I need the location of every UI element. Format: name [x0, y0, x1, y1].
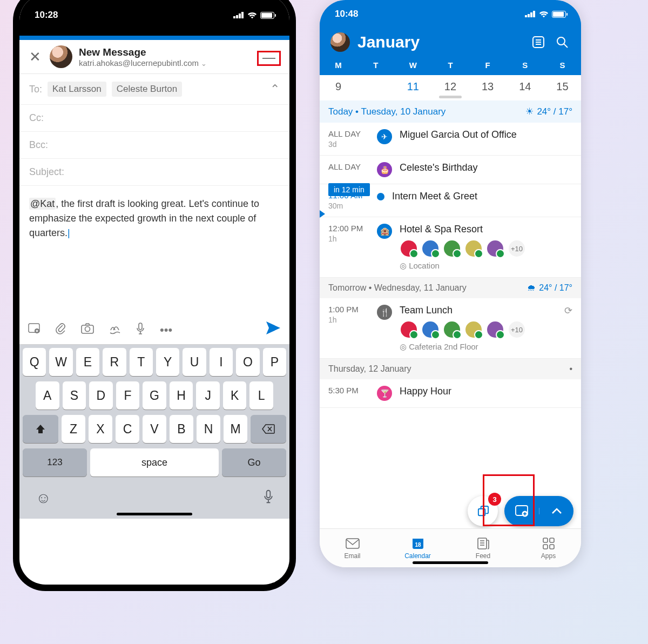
key-T[interactable]: T	[130, 348, 153, 376]
to-field[interactable]: To: Kat Larsson Celeste Burton ⌃	[19, 74, 289, 105]
calendar-event[interactable]: 12:00 PM1h🏨Hotel & Spa Resort+10◎ Locati…	[320, 217, 581, 278]
sender-avatar[interactable]	[50, 45, 72, 68]
from-address[interactable]: katri.ahokas@lucernepubintl.com	[79, 58, 282, 68]
weather-thursday[interactable]: •	[569, 364, 572, 374]
message-body[interactable]: @Kat, the first draft is looking great. …	[19, 186, 289, 316]
attach-icon[interactable]	[55, 323, 66, 338]
key-J[interactable]: J	[196, 381, 220, 410]
date-cell[interactable]: 11	[394, 81, 431, 93]
weekday: M	[320, 61, 357, 70]
attendee-avatar[interactable]	[464, 239, 483, 258]
key-V[interactable]: V	[143, 415, 166, 443]
month-title[interactable]: January	[357, 33, 523, 51]
profile-avatar[interactable]	[330, 32, 350, 52]
pen-icon[interactable]	[109, 323, 121, 338]
key-H[interactable]: H	[170, 381, 193, 410]
key-B[interactable]: B	[170, 415, 193, 443]
mic-icon[interactable]	[136, 323, 145, 338]
date-cell[interactable]: 10	[357, 81, 394, 93]
key-F[interactable]: F	[116, 381, 140, 410]
event-dot	[377, 193, 384, 200]
key-C[interactable]: C	[116, 415, 139, 443]
shift-key[interactable]	[23, 415, 58, 443]
key-G[interactable]: G	[143, 381, 166, 410]
key-E[interactable]: E	[76, 348, 99, 376]
key-N[interactable]: N	[197, 415, 220, 443]
tomorrow-header: Tomorrow • Wednesday, 11 January 🌧 24° /…	[320, 278, 581, 298]
key-I[interactable]: I	[210, 348, 233, 376]
attendee-avatar[interactable]	[400, 320, 418, 339]
attendee-more[interactable]: +10	[508, 320, 526, 339]
subject-field[interactable]: Subject:	[19, 159, 289, 186]
agenda-view-icon[interactable]	[530, 36, 546, 49]
key-W[interactable]: W	[49, 348, 72, 376]
key-A[interactable]: A	[36, 381, 59, 410]
home-indicator[interactable]	[117, 513, 192, 515]
more-icon[interactable]: •••	[160, 323, 172, 337]
expand-handle[interactable]	[439, 96, 462, 98]
bcc-field[interactable]: Bcc:	[19, 132, 289, 159]
key-O[interactable]: O	[236, 348, 259, 376]
search-icon[interactable]	[554, 36, 570, 49]
key-K[interactable]: K	[223, 381, 247, 410]
space-key[interactable]: space	[90, 448, 219, 477]
date-strip[interactable]: 9101112131415	[320, 75, 581, 100]
attendee-avatar[interactable]	[421, 320, 440, 339]
tab-email[interactable]: Email	[320, 529, 385, 567]
date-cell[interactable]: 15	[544, 81, 581, 93]
attendee-avatar[interactable]	[486, 320, 504, 339]
attendee-avatar[interactable]	[464, 320, 483, 339]
key-L[interactable]: L	[249, 381, 273, 410]
key-U[interactable]: U	[183, 348, 206, 376]
go-key[interactable]: Go	[222, 448, 286, 477]
date-cell[interactable]: 9	[320, 81, 357, 93]
weekday: S	[544, 61, 581, 70]
dictate-key[interactable]	[264, 489, 273, 507]
attendee-more[interactable]: +10	[508, 239, 526, 258]
camera-icon[interactable]	[81, 323, 94, 337]
key-X[interactable]: X	[89, 415, 112, 443]
calendar-event[interactable]: 1:00 PM1h🍴Team Lunch+10◎ Cafeteria 2nd F…	[320, 298, 581, 359]
minimize-button[interactable]	[257, 51, 281, 66]
keyboard[interactable]: QWERTYUIOP ASDFGHJKL ZXCVBNM 123 space G…	[19, 345, 289, 519]
key-P[interactable]: P	[263, 348, 286, 376]
key-S[interactable]: S	[63, 381, 86, 410]
attendee-avatar[interactable]	[443, 320, 461, 339]
date-cell[interactable]: 12	[431, 81, 469, 93]
calendar-event[interactable]: ALL DAY3d✈Miguel Garcia Out of Office	[320, 123, 581, 156]
cc-field[interactable]: Cc:	[19, 105, 289, 132]
attendee-avatar[interactable]	[400, 239, 418, 258]
tab-apps[interactable]: Apps	[516, 529, 581, 567]
chevron-up-icon[interactable]: ⌃	[270, 82, 280, 96]
home-indicator[interactable]	[413, 561, 488, 564]
status-time: 10:48	[335, 9, 358, 19]
weather-tomorrow[interactable]: 🌧 24° / 17°	[527, 283, 572, 293]
calendar-event[interactable]: ALL DAY🎂Celeste's Birthday	[320, 156, 581, 184]
compose-window: 10:28 ✕ New Message katri.ahokas@lucerne…	[19, 0, 289, 585]
date-cell[interactable]: 13	[469, 81, 507, 93]
backspace-key[interactable]	[251, 415, 286, 443]
key-Y[interactable]: Y	[156, 348, 179, 376]
num-key[interactable]: 123	[23, 448, 87, 477]
weather-today[interactable]: ☀ 24° / 17°	[525, 106, 572, 117]
key-M[interactable]: M	[224, 415, 247, 443]
recipient-chip[interactable]: Celeste Burton	[112, 82, 182, 97]
key-D[interactable]: D	[89, 381, 113, 410]
key-Z[interactable]: Z	[62, 415, 85, 443]
rich-text-icon[interactable]	[28, 323, 40, 337]
emoji-key[interactable]: ☺	[36, 489, 51, 507]
thursday-header: Thursday, 12 January •	[320, 359, 581, 379]
attendee-avatar[interactable]	[486, 239, 504, 258]
attendee-avatar[interactable]	[443, 239, 461, 258]
svg-rect-28	[550, 538, 554, 542]
mention-tag[interactable]: @Kat	[29, 198, 56, 210]
date-cell[interactable]: 14	[507, 81, 544, 93]
fab-expand-icon[interactable]	[539, 508, 573, 514]
close-icon[interactable]: ✕	[27, 49, 43, 65]
key-R[interactable]: R	[103, 348, 126, 376]
key-Q[interactable]: Q	[23, 348, 46, 376]
attendee-avatar[interactable]	[421, 239, 440, 258]
recipient-chip[interactable]: Kat Larsson	[48, 82, 106, 97]
send-button[interactable]	[266, 321, 281, 339]
calendar-event[interactable]: 5:30 PM 🍸 Happy Hour	[320, 379, 581, 408]
